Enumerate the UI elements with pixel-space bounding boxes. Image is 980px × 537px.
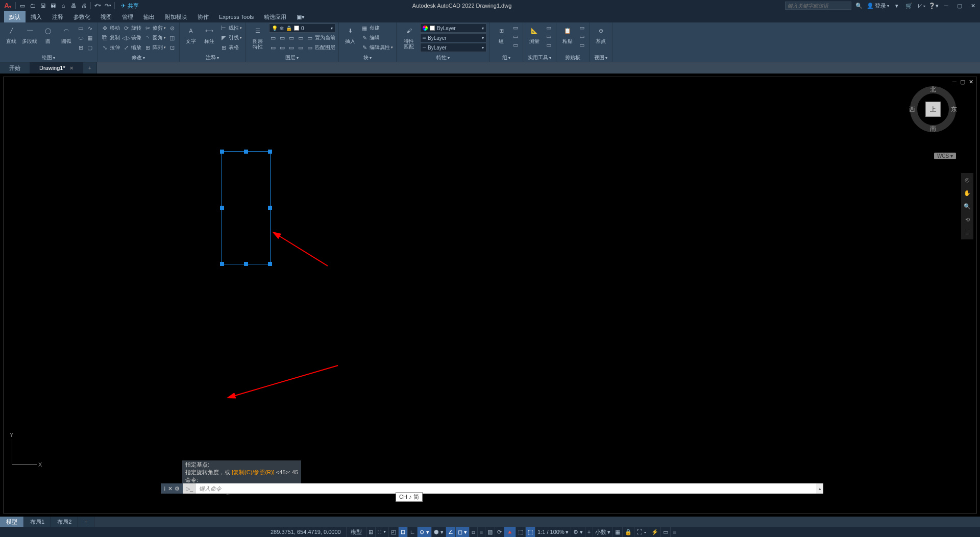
line-button[interactable]: ╱直线 bbox=[3, 23, 19, 54]
panel-label-modify[interactable]: 修改▾ bbox=[101, 54, 176, 62]
viewcube-north[interactable]: 北 bbox=[930, 85, 936, 94]
match-props-button[interactable]: 🖌特性 匹配 bbox=[400, 23, 418, 54]
scale-button[interactable]: ⤢缩放 bbox=[122, 43, 141, 52]
array-button[interactable]: ⊞阵列▾ bbox=[143, 43, 166, 52]
status-units[interactable]: 小数 ▾ bbox=[593, 527, 612, 537]
lineweight-combo[interactable]: ━ByLayer▾ bbox=[420, 33, 486, 42]
close-button[interactable]: ✕ bbox=[968, 1, 978, 10]
rotate-button[interactable]: ⟳旋转 bbox=[122, 23, 141, 33]
stretch-button[interactable]: ⤡拉伸 bbox=[101, 43, 120, 52]
layer-2-icon[interactable]: ▭ bbox=[278, 34, 286, 42]
status-quickprops-icon[interactable]: ▦ bbox=[612, 527, 622, 537]
trim-button[interactable]: ✂修剪▾ bbox=[143, 23, 166, 33]
polyline-button[interactable]: 〰多段线 bbox=[21, 23, 38, 54]
layer-6-icon[interactable]: ▭ bbox=[278, 43, 286, 52]
qat-save-icon[interactable]: 🖫 bbox=[38, 1, 47, 10]
panel-label-properties[interactable]: 特性▾ bbox=[400, 54, 486, 62]
cb-ex3-icon[interactable]: ▭ bbox=[578, 41, 586, 49]
status-ws-icon[interactable]: ⚙ ▾ bbox=[571, 527, 585, 537]
ellipse-icon[interactable]: ⬭ bbox=[77, 34, 85, 42]
layout-tab-add[interactable]: + bbox=[78, 517, 94, 527]
qat-redo-icon[interactable]: ↷▾ bbox=[103, 1, 112, 10]
region-icon[interactable]: ▢ bbox=[86, 43, 94, 52]
table-button[interactable]: ⊞表格 bbox=[219, 43, 242, 52]
rect-icon[interactable]: ▭ bbox=[77, 24, 85, 32]
grip-bottom-right[interactable] bbox=[268, 262, 272, 266]
qat-saveas-icon[interactable]: 🖬 bbox=[48, 1, 58, 10]
dwg-tab-start[interactable]: 开始 bbox=[0, 62, 30, 74]
layer-5-icon[interactable]: ▭ bbox=[269, 43, 277, 52]
status-ortho-icon[interactable]: ∟ bbox=[407, 527, 418, 537]
fillet-button[interactable]: ◝圆角▾ bbox=[143, 33, 166, 42]
panel-label-groups[interactable]: 组▾ bbox=[493, 54, 520, 62]
cmdline-customize-icon[interactable]: ⚙ bbox=[175, 485, 180, 492]
panel-label-block[interactable]: 块▾ bbox=[342, 54, 393, 62]
doc-max-icon[interactable]: ▢ bbox=[959, 78, 966, 85]
ribbon-tab-annotate[interactable]: 注释 bbox=[47, 11, 68, 22]
basepoint-button[interactable]: ⊕基点 bbox=[593, 23, 609, 54]
status-3dosnap-icon[interactable]: ⧈ bbox=[469, 527, 477, 537]
command-input[interactable]: 键入命令 bbox=[196, 483, 816, 494]
status-cleanscreen-icon[interactable]: ▭ bbox=[660, 527, 670, 537]
status-anno-vis-icon[interactable]: ⬚ bbox=[525, 527, 535, 537]
move-button[interactable]: ✥移动 bbox=[101, 23, 120, 33]
ribbon-tab-output[interactable]: 输出 bbox=[138, 11, 160, 22]
ribbon-tab-parametric[interactable]: 参数化 bbox=[68, 11, 95, 22]
status-infer-icon[interactable]: ◰ bbox=[388, 527, 398, 537]
mod-ex3-icon[interactable]: ⊡ bbox=[168, 43, 176, 52]
grp-ex2-icon[interactable]: ▭ bbox=[511, 32, 520, 40]
help-search-input[interactable] bbox=[785, 2, 851, 10]
grip-left-mid[interactable] bbox=[220, 206, 224, 210]
measure-button[interactable]: 📐测量 bbox=[526, 23, 543, 54]
layout-tab-2[interactable]: 布局2 bbox=[51, 517, 78, 527]
coordinates-readout[interactable]: 289.3751, 654.4719, 0.0000 bbox=[271, 529, 341, 535]
cmdline-handle-icon[interactable]: ⁞ bbox=[164, 485, 166, 492]
command-line[interactable]: ⁞✕⚙ ▷_ 键入命令 ▴ bbox=[161, 483, 823, 494]
viewcube-top-face[interactable]: 上 bbox=[925, 102, 941, 117]
qat-open-icon[interactable]: 🗀 bbox=[28, 1, 37, 10]
layer-1-icon[interactable]: ▭ bbox=[269, 34, 277, 42]
cmdline-history-icon[interactable]: ▴ bbox=[816, 483, 823, 494]
grip-bottom-mid[interactable] bbox=[244, 262, 248, 266]
nav-showmotion-icon[interactable]: ≡ bbox=[961, 226, 973, 239]
qat-print-icon[interactable]: 🖨 bbox=[79, 1, 88, 10]
util-ex1-icon[interactable]: ▭ bbox=[545, 23, 553, 32]
spline-icon[interactable]: ∿ bbox=[86, 24, 94, 32]
status-otrack-icon[interactable]: ∠ bbox=[446, 527, 455, 537]
copy-button[interactable]: ⿻复制 bbox=[101, 33, 120, 42]
status-cycling-icon[interactable]: ⟳ bbox=[495, 527, 504, 537]
status-anno-auto-icon[interactable]: ⬚ bbox=[516, 527, 525, 537]
ribbon-tab-view[interactable]: 视图 bbox=[95, 11, 117, 22]
share-button[interactable]: ✈共享 bbox=[121, 2, 139, 10]
hatch-icon[interactable]: ▦ bbox=[86, 34, 94, 42]
dwg-tab-add[interactable]: + bbox=[83, 62, 97, 74]
layer-3-icon[interactable]: ▭ bbox=[287, 34, 296, 42]
status-model-button[interactable]: 模型 bbox=[346, 527, 366, 537]
close-tab-icon[interactable]: ✕ bbox=[69, 65, 74, 71]
login-button[interactable]: 👤登录▾ bbox=[867, 2, 889, 10]
util-ex2-icon[interactable]: ▭ bbox=[545, 32, 553, 40]
doc-close-icon[interactable]: ✕ bbox=[967, 78, 974, 85]
qat-undo-icon[interactable]: ↶▾ bbox=[93, 1, 102, 10]
drawing-canvas[interactable]: ─ ▢ ✕ 上 北 南 东 西 bbox=[0, 74, 980, 517]
status-dyninput-icon[interactable]: ⊡ bbox=[398, 527, 407, 537]
misc-draw-icon[interactable]: ⊞ bbox=[77, 43, 85, 52]
nav-wheel-icon[interactable]: ◎ bbox=[961, 173, 973, 186]
viewcube[interactable]: 上 北 南 东 西 bbox=[910, 86, 956, 132]
viewcube-south[interactable]: 南 bbox=[930, 125, 936, 133]
insert-block-button[interactable]: ⬇插入 bbox=[342, 23, 358, 54]
nav-zoom-icon[interactable]: 🔍 bbox=[961, 200, 973, 213]
status-lweight-icon[interactable]: ≡ bbox=[477, 527, 485, 537]
panel-label-view[interactable]: 视图▾ bbox=[593, 54, 609, 62]
edit-attr-button[interactable]: ✎编辑属性▾ bbox=[360, 43, 393, 52]
status-lockui-icon[interactable]: 🔒 bbox=[622, 527, 634, 537]
qat-plot-icon[interactable]: 🖶 bbox=[69, 1, 78, 10]
search-icon[interactable]: 🔍 bbox=[854, 1, 864, 10]
grip-top-left[interactable] bbox=[220, 150, 224, 154]
app-exchange-icon[interactable]: 🛒 bbox=[904, 1, 914, 10]
color-combo[interactable]: ByLayer▾ bbox=[420, 23, 486, 33]
arc-button[interactable]: ◠圆弧 bbox=[58, 23, 75, 54]
nav-orbit-icon[interactable]: ⟲ bbox=[961, 213, 973, 226]
layout-tab-model[interactable]: 模型 bbox=[0, 517, 24, 527]
status-iso-icon[interactable]: ⬢ ▾ bbox=[431, 527, 446, 537]
